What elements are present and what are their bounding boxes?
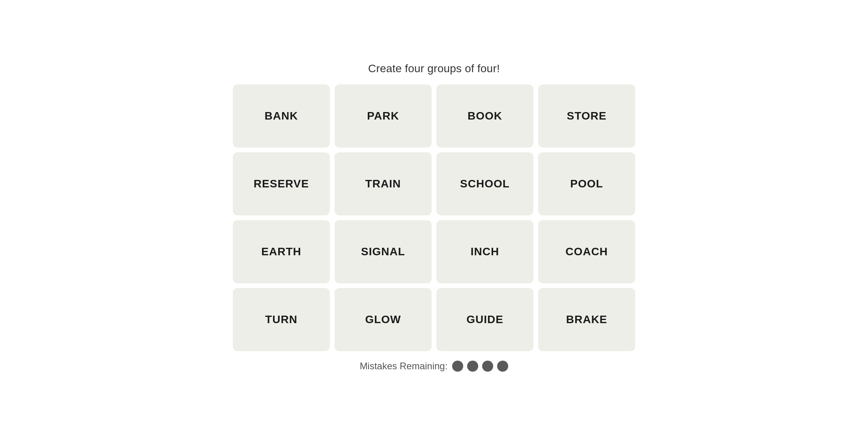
word-card-glow[interactable]: GLOW [335, 288, 432, 351]
word-label-park: PARK [367, 110, 399, 122]
word-card-coach[interactable]: COACH [538, 220, 635, 283]
word-label-signal: SIGNAL [361, 245, 405, 258]
word-grid: BANKPARKBOOKSTORERESERVETRAINSCHOOLPOOLE… [233, 84, 635, 351]
word-card-turn[interactable]: TURN [233, 288, 330, 351]
word-label-brake: BRAKE [566, 313, 608, 326]
word-card-store[interactable]: STORE [538, 84, 635, 148]
subtitle: Create four groups of four! [368, 62, 500, 75]
mistake-dot-1 [452, 361, 463, 372]
mistakes-row: Mistakes Remaining: [360, 361, 509, 372]
word-label-guide: GUIDE [466, 313, 503, 326]
word-card-signal[interactable]: SIGNAL [335, 220, 432, 283]
game-container: Create four groups of four! BANKPARKBOOK… [217, 62, 651, 372]
word-card-school[interactable]: SCHOOL [436, 152, 533, 215]
word-label-school: SCHOOL [460, 178, 510, 190]
word-card-reserve[interactable]: RESERVE [233, 152, 330, 215]
word-card-inch[interactable]: INCH [436, 220, 533, 283]
mistake-dot-4 [497, 361, 508, 372]
word-label-inch: INCH [471, 245, 499, 258]
word-label-coach: COACH [565, 245, 608, 258]
mistake-dot-2 [467, 361, 478, 372]
word-card-train[interactable]: TRAIN [335, 152, 432, 215]
word-label-store: STORE [567, 110, 607, 122]
word-card-brake[interactable]: BRAKE [538, 288, 635, 351]
word-label-train: TRAIN [365, 178, 401, 190]
word-label-pool: POOL [570, 178, 603, 190]
word-label-turn: TURN [265, 313, 297, 326]
word-card-bank[interactable]: BANK [233, 84, 330, 148]
word-card-earth[interactable]: EARTH [233, 220, 330, 283]
word-label-bank: BANK [265, 110, 298, 122]
word-card-pool[interactable]: POOL [538, 152, 635, 215]
word-label-reserve: RESERVE [254, 178, 309, 190]
word-label-glow: GLOW [365, 313, 401, 326]
word-card-book[interactable]: BOOK [436, 84, 533, 148]
word-card-guide[interactable]: GUIDE [436, 288, 533, 351]
mistakes-label: Mistakes Remaining: [360, 361, 448, 372]
word-label-book: BOOK [468, 110, 502, 122]
word-card-park[interactable]: PARK [335, 84, 432, 148]
dots-container [452, 361, 508, 372]
word-label-earth: EARTH [261, 245, 301, 258]
mistake-dot-3 [482, 361, 493, 372]
